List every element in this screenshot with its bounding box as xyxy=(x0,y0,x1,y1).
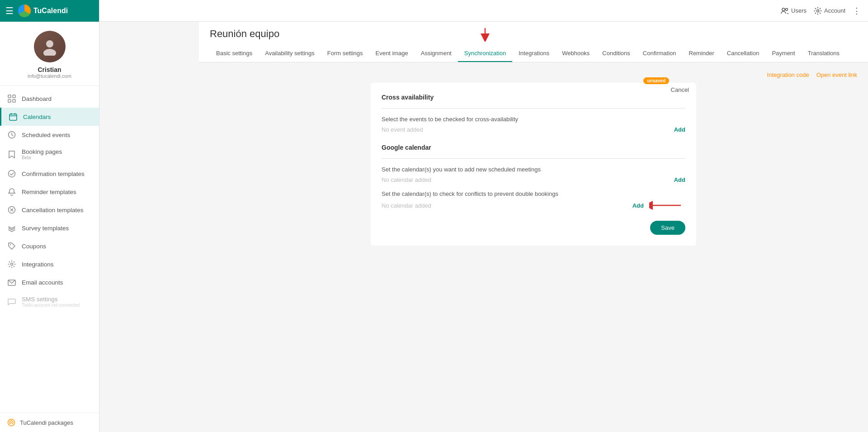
sidebar-profile: Cristian info@tucalendi.com xyxy=(0,22,99,86)
more-options-icon[interactable]: ⋮ xyxy=(853,6,861,16)
gear-icon xyxy=(814,7,822,15)
sidebar-footer: TuCalendi packages xyxy=(0,413,99,432)
sidebar-item-confirmation-templates[interactable]: Confirmation templates xyxy=(0,165,99,183)
users-button[interactable]: Users xyxy=(781,7,807,15)
sidebar-label-integrations: Integrations xyxy=(22,261,54,268)
sidebar-item-calendars[interactable]: Calendars xyxy=(0,108,99,126)
sidebar-label-coupons: Coupons xyxy=(22,243,46,250)
bell-icon xyxy=(7,187,16,196)
cancel-button[interactable]: Cancel xyxy=(671,86,689,93)
account-label: Account xyxy=(824,7,845,14)
tab-cancellation[interactable]: Cancellation xyxy=(721,45,766,62)
tab-event-image[interactable]: Event image xyxy=(369,45,415,62)
google-calendar-empty2: No calendar added xyxy=(382,202,431,209)
tab-translations[interactable]: Translations xyxy=(802,45,846,62)
sidebar-label-calendars: Calendars xyxy=(23,114,51,120)
sidebar-nav: Dashboard Calendars Schedule xyxy=(0,86,99,413)
tab-form-settings[interactable]: Form settings xyxy=(321,45,369,62)
sidebar-label-scheduled-events: Scheduled events xyxy=(22,132,70,138)
cross-availability-empty: No event added xyxy=(382,126,423,133)
tab-availability-settings[interactable]: Availability settings xyxy=(259,45,321,62)
save-button[interactable]: Save xyxy=(650,221,685,235)
hamburger-icon[interactable]: ☰ xyxy=(5,5,14,16)
open-event-link[interactable]: Open event link xyxy=(816,71,857,78)
logo-container: TuCalendi xyxy=(18,5,68,17)
integration-code-link[interactable]: Integration code xyxy=(767,71,809,78)
sidebar-item-email-accounts[interactable]: Email accounts xyxy=(0,273,99,291)
tab-confirmation[interactable]: Confirmation xyxy=(637,45,683,62)
tab-payment[interactable]: Payment xyxy=(765,45,801,62)
sidebar-label-dashboard: Dashboard xyxy=(22,95,52,102)
sidebar-item-reminder-templates[interactable]: Reminder templates xyxy=(0,183,99,201)
content-area: Integration code Open event link unsaved… xyxy=(199,62,868,432)
avatar-image xyxy=(34,31,66,62)
section-divider-2 xyxy=(382,158,685,159)
calendar-icon xyxy=(9,112,18,121)
svg-point-0 xyxy=(46,40,53,47)
unsaved-badge: unsaved xyxy=(643,77,669,84)
logo-icon xyxy=(18,5,31,17)
google-calendar-row1: No calendar added Add xyxy=(382,176,685,183)
svg-rect-4 xyxy=(8,100,11,102)
svg-point-20 xyxy=(786,8,788,10)
section-divider-1 xyxy=(382,108,685,109)
svg-point-15 xyxy=(10,244,11,245)
tabs: Basic settings Availability settings For… xyxy=(210,45,857,62)
sidebar-item-survey-templates[interactable]: Survey templates xyxy=(0,219,99,237)
bookmark-icon xyxy=(7,150,16,159)
tab-reminder[interactable]: Reminder xyxy=(683,45,721,62)
sidebar-header: ☰ TuCalendi xyxy=(0,0,99,22)
sidebar-label-email-accounts: Email accounts xyxy=(22,279,63,286)
sidebar-item-integrations[interactable]: Integrations xyxy=(0,255,99,273)
google-calendar-add-button-1[interactable]: Add xyxy=(674,176,685,183)
users-icon xyxy=(781,7,789,15)
tab-integrations[interactable]: Integrations xyxy=(512,45,556,62)
sidebar-item-booking-pages[interactable]: Booking pages Beta xyxy=(0,144,99,165)
settings-icon xyxy=(7,260,16,269)
sidebar: ☰ TuCalendi Cristian info@tucalendi.com xyxy=(0,0,99,432)
cross-availability-desc: Select the events to be checked for cros… xyxy=(382,116,685,123)
sidebar-label-cancellation-templates: Cancellation templates xyxy=(22,207,84,214)
main-content: Reunión equipo Basic settings Availabili… xyxy=(199,22,868,432)
svg-point-16 xyxy=(11,263,13,266)
cross-availability-title: Cross availability xyxy=(382,94,685,101)
svg-rect-6 xyxy=(9,114,17,120)
tab-basic-settings[interactable]: Basic settings xyxy=(210,45,259,62)
packages-link[interactable]: TuCalendi packages xyxy=(7,418,92,427)
sidebar-item-dashboard[interactable]: Dashboard xyxy=(0,90,99,108)
svg-rect-2 xyxy=(8,95,11,98)
page-title: Reunión equipo xyxy=(210,28,857,40)
tab-conditions[interactable]: Conditions xyxy=(596,45,636,62)
x-circle-icon xyxy=(7,205,16,214)
account-button[interactable]: Account xyxy=(814,7,845,15)
sidebar-item-sms-settings[interactable]: SMS settings Twilio account not connecte… xyxy=(0,291,99,312)
cross-availability-section: Cross availability Select the events to … xyxy=(382,94,685,133)
mail-icon xyxy=(7,278,16,287)
arrow-right-indicator xyxy=(649,201,685,210)
cross-availability-row: No event added Add xyxy=(382,126,685,133)
google-calendar-subsection2: Set the calendar(s) to check for conflic… xyxy=(382,190,685,210)
tab-webhooks[interactable]: Webhooks xyxy=(556,45,596,62)
svg-point-11 xyxy=(9,171,15,177)
packages-label: TuCalendi packages xyxy=(20,419,73,426)
tab-synchronization[interactable]: Synchronization xyxy=(458,45,513,62)
sidebar-item-coupons[interactable]: Coupons xyxy=(0,237,99,255)
tag-icon xyxy=(7,242,16,251)
google-calendar-add-button-2[interactable]: Add xyxy=(632,202,644,209)
users-label: Users xyxy=(791,7,807,14)
content-links: Integration code Open event link xyxy=(210,71,857,78)
sidebar-item-cancellation-templates[interactable]: Cancellation templates xyxy=(0,201,99,219)
avatar xyxy=(34,31,66,62)
package-icon xyxy=(7,418,15,427)
message-icon xyxy=(7,297,16,306)
clock-icon xyxy=(7,130,16,139)
svg-point-21 xyxy=(817,9,819,12)
sidebar-item-scheduled-events[interactable]: Scheduled events xyxy=(0,126,99,144)
cross-availability-add-button[interactable]: Add xyxy=(674,126,685,133)
tab-assignment[interactable]: Assignment xyxy=(415,45,458,62)
layers-icon xyxy=(7,223,16,233)
svg-rect-3 xyxy=(13,95,15,98)
synchronization-card: unsaved Cancel Cross availability Select… xyxy=(371,83,696,246)
arrow-down-indicator xyxy=(480,28,491,42)
topbar: Users Account ⋮ xyxy=(99,0,868,22)
